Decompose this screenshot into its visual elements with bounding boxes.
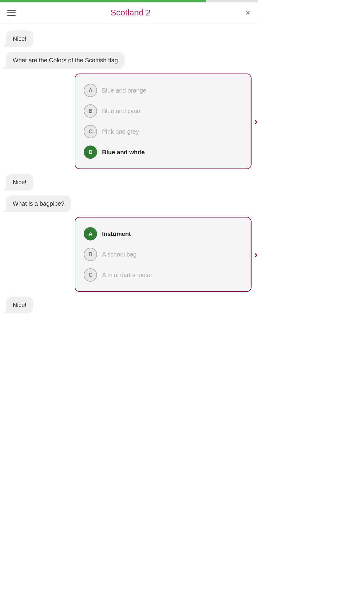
option-text: A mini dart shooter (102, 272, 152, 279)
answer-option[interactable]: BA school bag (83, 244, 244, 265)
option-text: Blue and orange (102, 87, 146, 94)
answer-card: ABlue and orangeBBlue and cyanCPink and … (75, 74, 252, 169)
option-letter: D (84, 146, 97, 159)
chat-area: Nice!What are the Colors of the Scottish… (0, 23, 258, 321)
chat-bubble: Nice! (6, 297, 33, 313)
option-letter: B (84, 248, 97, 261)
option-text: Instument (102, 231, 131, 237)
answer-option[interactable]: BBlue and cyan (83, 101, 244, 121)
answer-card: AInstumentBA school bagCA mini dart shoo… (75, 217, 252, 292)
chat-bubble: Nice! (6, 31, 33, 47)
answer-option[interactable]: ABlue and orange (83, 80, 244, 101)
option-text: Blue and cyan (102, 108, 140, 115)
chat-bubble: Nice! (6, 174, 33, 191)
header: Scotland 2 × (0, 2, 258, 23)
close-icon[interactable]: × (245, 8, 250, 17)
option-letter: A (84, 227, 97, 240)
option-letter: B (84, 104, 97, 118)
option-letter: C (84, 268, 97, 282)
option-text: A school bag (102, 251, 137, 258)
progress-bar-container (0, 0, 258, 2)
option-letter: C (84, 125, 97, 138)
answer-option[interactable]: AInstument (83, 224, 244, 244)
progress-bar-fill (0, 0, 206, 2)
chat-bubble: What is a bagpipe? (6, 195, 71, 212)
answer-option[interactable]: CPink and grey (83, 121, 244, 142)
chat-bubble: What are the Colors of the Scottish flag (6, 52, 125, 69)
menu-icon[interactable] (7, 10, 16, 16)
answer-option[interactable]: CA mini dart shooter (83, 265, 244, 285)
option-letter: A (84, 84, 97, 97)
answer-option[interactable]: DBlue and white (83, 142, 244, 162)
option-text: Blue and white (102, 149, 145, 156)
page-title: Scotland 2 (16, 8, 245, 18)
option-text: Pink and grey (102, 128, 139, 135)
